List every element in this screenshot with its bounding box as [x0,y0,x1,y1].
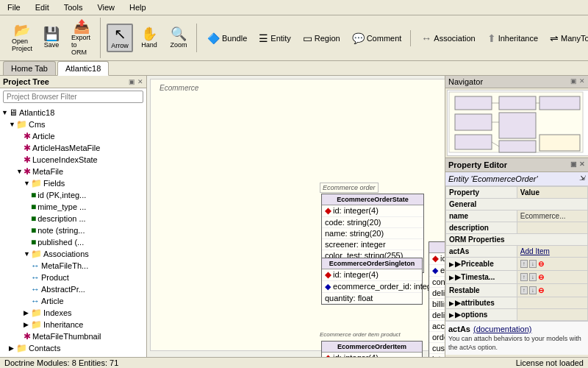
entity-header-EcommerceOrderItem: EcommerceOrderItem [322,342,422,353]
bundle-button[interactable]: 🔷 Bundle [203,30,251,46]
pe-delete-button[interactable]: ⊖ [538,260,544,268]
tree-item-articlehasmetafile[interactable]: ✱ ArticleHasMetaFile [0,142,146,154]
entity-icon-mf: ✱ [24,166,31,177]
order-item-product-label: Ecommerce order item product [320,331,401,338]
tree-label-abs: AbstractPr... [41,285,85,294]
tree-item-inheritance[interactable]: ▶ 📁 Inheritance [0,319,146,330]
entity-EcommerceOrderSingleton[interactable]: EcommerceOrderSingleton ◆ id: integer(4)… [321,258,423,305]
tree-item-luceneindexstate[interactable]: ✱ LuceneIndexState [0,154,146,166]
tree-item-note[interactable]: ■ note (string... [0,224,146,236]
tree-root[interactable]: ▼ 🖥 Atlantic18 [0,107,146,118]
pe-up-button-r[interactable]: ↑ [520,286,528,294]
tree-item-indexes[interactable]: ▶ 📁 Indexes [0,307,146,319]
tree-label-pub: published (... [37,238,84,247]
tree-item-article[interactable]: ✱ Article [0,130,146,142]
field-icon-id: ■ [31,190,36,200]
menu-view[interactable]: View [93,1,119,13]
tree-item-metafilethn[interactable]: ↔ MetaFileTh... [0,260,146,272]
tree-label-article: Article [32,132,55,141]
tree-item-metafile[interactable]: ▼ ✱ MetaFile [0,166,146,177]
export-icon: 📤 [74,20,90,33]
tree-item-fields[interactable]: ▼ 📁 Fields [0,177,146,189]
tree-arrow-indexes: ▶ [24,309,31,316]
tree-label-desc: description ... [37,214,85,223]
hand-icon: ✋ [141,27,157,40]
manytomany-button[interactable]: ⇌ ManyToMany [545,30,588,46]
pe-up-button-ts[interactable]: ↑ [520,273,528,281]
export-orm-button[interactable]: 📤 Export to ORM [68,18,96,58]
field-row: quantity: float [322,293,422,304]
tree-item-metafilethumbnail[interactable]: ✱ MetaFileThumbnail [0,330,146,342]
entity-icon-article: ✱ [24,131,31,141]
tab-home[interactable]: Home Tab [3,61,56,75]
tab-atlantic18[interactable]: Atlantic18 [57,61,109,76]
tree-item-cms[interactable]: ▼ 📁 Cms [0,118,146,130]
pe-prop-options[interactable]: ▶options [446,309,517,321]
pe-delete-button-r[interactable]: ⊖ [538,286,544,294]
tree-label-cms: Cms [29,120,46,129]
status-license: License not loaded [516,358,584,367]
tree-item-published[interactable]: ■ published (... [0,236,146,248]
arrow-tool-button[interactable]: ↖ Arrow [107,24,133,52]
pe-down-button-ts[interactable]: ↓ [529,273,537,281]
tree-item-mimetype[interactable]: ■ mime_type ... [0,201,146,213]
tree-search-input[interactable] [3,91,143,103]
pe-prop-value-desc[interactable] [517,222,587,234]
field-row: ◆ id: integer(4) [322,269,422,281]
assoc-icon-art2: ↔ [31,296,40,306]
status-doctrine: Doctrine Modules: 8 Entities: 71 [4,358,118,367]
pe-delete-button-ts[interactable]: ⊖ [538,273,544,281]
tree-item-article2[interactable]: ↔ Article [0,295,146,307]
comment-button[interactable]: 💬 Comment [348,30,406,46]
menu-help[interactable]: Help [125,1,151,13]
inheritance-button[interactable]: ⬆ Inheritance [483,30,542,46]
pe-section-general: General [446,199,588,210]
entity-header-EcommerceOrderSingleton: EcommerceOrderSingleton [322,258,422,269]
menu-edit[interactable]: Edit [31,1,54,13]
tree-item-id[interactable]: ■ id (PK,integ... [0,189,146,201]
field-row: ◆ id: integer(4) [322,205,423,217]
tree-item-product[interactable]: ↔ Product [0,272,146,283]
canvas-area[interactable]: Ecommerce Ecommerce order EcommerceOrder… [147,76,445,368]
menu-tools[interactable]: Tools [60,1,87,13]
navigator-panel: Navigator ▣ ✕ [445,76,588,158]
svg-rect-4 [455,114,492,130]
open-project-button[interactable]: 📂 Open Project [9,21,35,54]
hand-tool-button[interactable]: ✋ Hand [136,25,162,51]
tree-item-associations[interactable]: ▼ 📁 Associations [0,248,146,260]
save-button[interactable]: 💾 Save [38,25,65,51]
pe-prop-value-name[interactable]: Ecommerce... [517,210,587,222]
pe-down-button[interactable]: ↓ [529,260,537,268]
tree-arrow-fields: ▼ [24,180,31,187]
region-label: Region [315,34,340,43]
tree-label-lis: LuceneIndexState [32,155,98,164]
pe-priceable-actions: ↑ ↓ ⊖ [520,259,584,269]
entity-EcommerceOrder[interactable]: EcommerceOrder ◆ id: integer(4) ◆ ecomme… [429,241,445,368]
association-button[interactable]: ↔ Association [417,30,479,46]
zoom-tool-button[interactable]: 🔍 Zoom [165,25,192,51]
pe-prop-attributes[interactable]: ▶attributes [446,297,517,309]
svg-rect-1 [455,96,492,110]
menu-file[interactable]: File [3,1,25,13]
canvas-scroll[interactable]: Ecommerce Ecommerce order EcommerceOrder… [147,76,445,368]
pe-prop-timestamp[interactable]: ▶Timesta... [446,271,517,284]
pe-row-actas: actAs Add Item [446,246,588,258]
add-item-button[interactable]: Add Item [520,247,550,255]
pe-prop-priceable[interactable]: ▶Priceable [446,258,517,271]
folder-icon-assoc: 📁 [31,249,42,259]
region-button[interactable]: ▭ Region [298,30,345,46]
tree-item-abstractpr[interactable]: ↔ AbstractPr... [0,283,146,295]
menu-bar: File Edit Tools View Help [0,0,588,15]
pe-prop-value-actas[interactable]: Add Item [517,246,587,258]
tree-arrow-assoc: ▼ [24,250,31,258]
tree-item-description[interactable]: ■ description ... [0,213,146,224]
diagram-canvas[interactable]: Ecommerce Ecommerce order EcommerceOrder… [150,79,445,351]
pe-up-button[interactable]: ↑ [520,260,528,268]
tree-item-contacts[interactable]: ▶ 📁 Contacts [0,342,146,354]
pe-documentation-link[interactable]: (documentation) [473,325,532,333]
pe-row-priceable: ▶Priceable ↑ ↓ ⊖ [446,258,588,271]
entity-button[interactable]: ☰ Entity [254,30,295,46]
hand-label: Hand [141,41,157,49]
comment-label: Comment [367,34,402,43]
pe-down-button-r[interactable]: ↓ [529,286,537,294]
